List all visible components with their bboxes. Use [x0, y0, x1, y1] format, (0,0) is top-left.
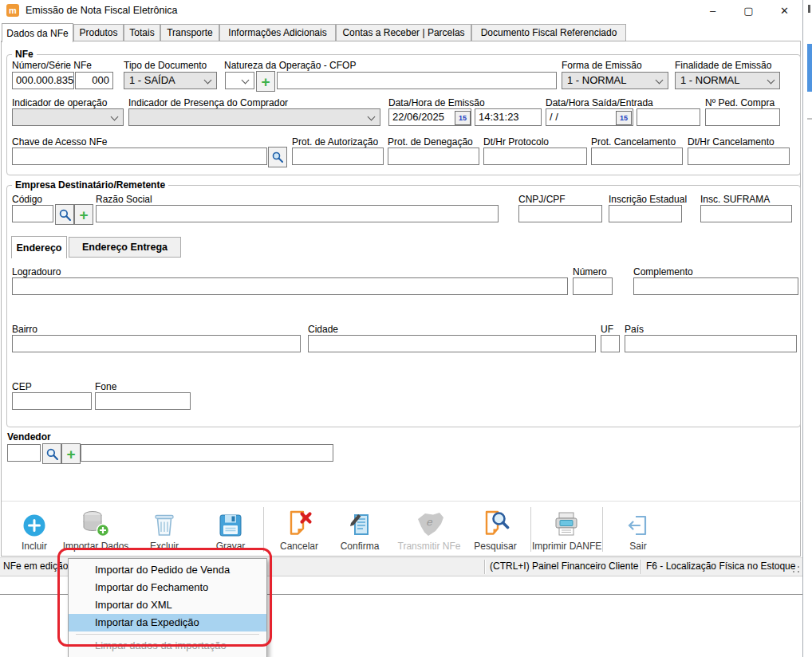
- natureza-operacao-field[interactable]: [277, 72, 557, 89]
- finalidade-emissao-label: Finalidade de Emissão: [675, 60, 771, 71]
- excluir-button[interactable]: Excluir: [130, 507, 199, 552]
- tab-informacoes-adicionais[interactable]: Informações Adicionais: [219, 24, 336, 41]
- status-localizacao-estoque[interactable]: F6 - Localização Física no Estoque: [646, 561, 795, 572]
- vendedor-nome-field[interactable]: [81, 444, 333, 462]
- nfe-group-title: NFe: [12, 49, 37, 60]
- trash-icon: [153, 512, 175, 537]
- tab-totais[interactable]: Totais: [124, 24, 160, 41]
- cidade-field[interactable]: [308, 335, 596, 352]
- search-icon: [46, 448, 58, 460]
- tab-transporte[interactable]: Transporte: [160, 24, 219, 41]
- cnpj-field[interactable]: [518, 205, 602, 222]
- numero-field[interactable]: [573, 277, 613, 295]
- chave-acesso-field[interactable]: [12, 148, 267, 165]
- search-document-icon: [481, 509, 510, 537]
- chevron-down-icon: [204, 77, 212, 85]
- tab-documento-fiscal-referenciado[interactable]: Documento Fiscal Referenciado: [471, 24, 626, 41]
- tab-endereco-entrega[interactable]: Endereço Entrega: [69, 237, 181, 258]
- vendedor-label: Vendedor: [7, 431, 51, 443]
- dthr-cancelamento-field[interactable]: [688, 148, 790, 165]
- add-empresa-button[interactable]: +: [74, 204, 93, 225]
- menu-item-importar-xml[interactable]: Importar do XML: [69, 596, 266, 614]
- ped-compra-field[interactable]: [705, 108, 780, 126]
- empresa-group-title: Empresa Destinatário/Remetente: [12, 179, 168, 191]
- search-chave-button[interactable]: [268, 147, 287, 167]
- cancelar-button[interactable]: Cancelar: [265, 507, 333, 552]
- transmitir-nfe-button[interactable]: e Transmitir NFe: [395, 507, 463, 552]
- transmit-map-icon: e: [412, 510, 446, 537]
- app-icon: m: [6, 4, 19, 17]
- bairro-field[interactable]: [12, 335, 301, 352]
- fone-label: Fone: [95, 381, 116, 392]
- tab-contas-a-receber[interactable]: Contas a Receber | Parcelas: [336, 24, 471, 41]
- complemento-field[interactable]: [633, 277, 798, 295]
- search-empresa-button[interactable]: [55, 204, 74, 225]
- search-vendedor-button[interactable]: [42, 443, 61, 464]
- minimize-button[interactable]: –: [695, 0, 731, 21]
- forma-emissao-select[interactable]: 1 - NORMAL: [562, 72, 668, 89]
- incluir-button[interactable]: Incluir: [0, 507, 69, 552]
- close-button[interactable]: ✕: [767, 0, 802, 21]
- calendar-icon[interactable]: 15: [455, 111, 471, 125]
- calendar-icon[interactable]: 15: [616, 111, 632, 125]
- cnpj-label: CNPJ/CPF: [518, 194, 566, 205]
- cancel-document-icon: [285, 509, 313, 537]
- data-emissao-label: Data/Hora de Emissão: [388, 97, 485, 108]
- chevron-down-icon: [111, 113, 119, 121]
- indicador-presenca-label: Indicador de Presença do Comprador: [128, 97, 288, 108]
- resize-grip[interactable]: [792, 565, 800, 573]
- codigo-field[interactable]: [12, 205, 53, 222]
- cfop-select[interactable]: [225, 72, 254, 89]
- sair-button[interactable]: Sair: [604, 507, 672, 552]
- maximize-button[interactable]: ▢: [731, 0, 767, 21]
- menu-item-importar-expedicao[interactable]: Importar da Expedição: [69, 614, 266, 631]
- uf-label: UF: [601, 324, 613, 335]
- gravar-button[interactable]: Gravar: [196, 507, 265, 552]
- uf-field[interactable]: [601, 335, 620, 352]
- hora-emissao-field[interactable]: 14:31:23: [475, 108, 542, 126]
- status-painel-financeiro[interactable]: (CTRL+I) Painel Financeiro Cliente: [490, 561, 638, 572]
- add-vendedor-button[interactable]: +: [61, 443, 81, 464]
- tab-endereco[interactable]: Endereço: [11, 236, 67, 258]
- chave-acesso-label: Chave de Acesso NFe: [12, 136, 107, 148]
- razao-social-label: Razão Social: [96, 194, 152, 205]
- tab-dados-da-nfe[interactable]: Dados da NFe: [2, 23, 73, 42]
- status-separator: [641, 560, 641, 574]
- suframa-field[interactable]: [700, 205, 792, 222]
- toolbar-divider: [2, 501, 801, 502]
- pais-label: País: [625, 324, 644, 335]
- numero-nfe-field[interactable]: 000.000.835: [12, 72, 74, 89]
- suframa-label: Insc. SUFRAMA: [700, 194, 770, 205]
- imprimir-danfe-button[interactable]: Imprimir DANFE: [532, 507, 601, 552]
- logradouro-field[interactable]: [12, 277, 568, 295]
- inscricao-estadual-field[interactable]: [609, 205, 682, 222]
- menu-item-importar-pedido-venda[interactable]: Importar do Pedido de Venda: [69, 561, 266, 579]
- prot-cancelamento-field[interactable]: [591, 148, 683, 165]
- hora-saida-field[interactable]: [637, 108, 700, 126]
- tipo-documento-select[interactable]: 1 - SAÍDA: [124, 72, 217, 89]
- indicador-operacao-select[interactable]: [12, 108, 124, 126]
- confirma-button[interactable]: Confirma: [325, 507, 394, 552]
- pais-field[interactable]: [625, 335, 797, 352]
- indicador-presenca-select[interactable]: [128, 108, 380, 126]
- add-cfop-button[interactable]: +: [256, 71, 275, 92]
- pesquisar-button[interactable]: Pesquisar: [461, 507, 530, 552]
- fone-field[interactable]: [95, 392, 191, 410]
- finalidade-emissao-select[interactable]: 1 - NORMAL: [675, 72, 780, 89]
- vendedor-codigo-field[interactable]: [7, 444, 41, 462]
- cep-field[interactable]: [12, 392, 92, 410]
- dthr-protocolo-field[interactable]: [483, 148, 587, 165]
- tab-produtos[interactable]: Produtos: [73, 24, 124, 41]
- toolbar-separator: [602, 507, 603, 552]
- prot-denegacao-field[interactable]: [388, 148, 479, 165]
- razao-social-field[interactable]: [96, 205, 499, 222]
- menu-item-importar-fechamento[interactable]: Importar do Fechamento: [69, 579, 266, 596]
- menu-item-limpar-dados[interactable]: Limpar dados da importação: [69, 637, 266, 655]
- importar-dados-button[interactable]: Importar Dados: [61, 507, 130, 552]
- dthr-cancelamento-label: Dt/Hr Cancelamento: [688, 136, 775, 148]
- logradouro-label: Logradouro: [12, 266, 61, 277]
- serie-nfe-field[interactable]: 000: [75, 72, 113, 89]
- chevron-down-icon: [242, 77, 250, 85]
- prot-autorizacao-field[interactable]: [292, 148, 384, 165]
- sliver-mark: [808, 5, 810, 13]
